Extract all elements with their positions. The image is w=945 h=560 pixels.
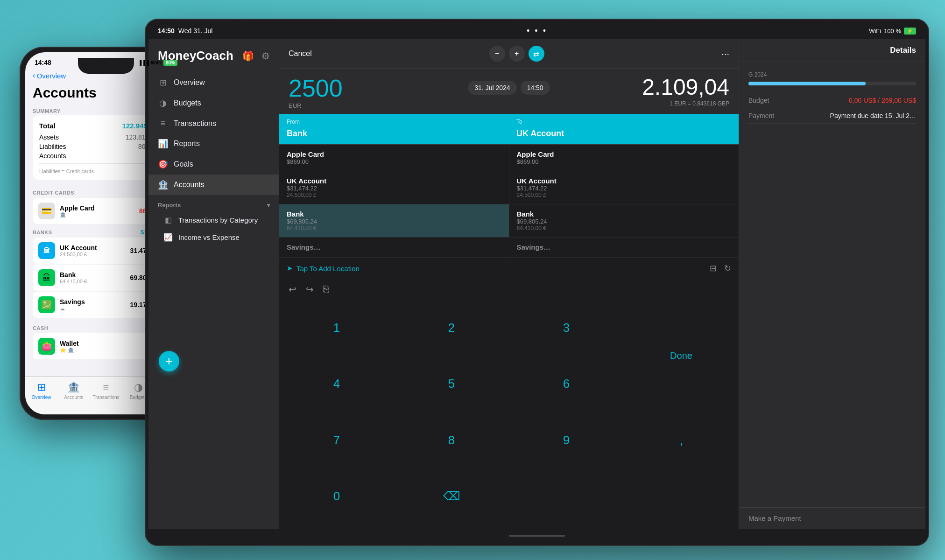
num-6-button[interactable]: 6 bbox=[509, 356, 624, 413]
tab-budgets-icon: ◑ bbox=[134, 381, 143, 393]
transactions-by-category-label: Transactions by Category bbox=[178, 216, 258, 224]
income-type-button[interactable]: + bbox=[509, 46, 525, 62]
make-payment-button[interactable]: Make a Payment bbox=[748, 514, 801, 522]
wifi-status-icon: WiFi bbox=[869, 28, 881, 35]
picker-to-apple-card[interactable]: Apple Card $869.00 bbox=[509, 145, 739, 171]
detail-budget-value: 0,00 US$ / 269,00 US$ bbox=[849, 97, 916, 104]
sidebar-item-goals[interactable]: 🎯 Goals bbox=[148, 154, 279, 175]
bank-picker-name-to: Bank bbox=[517, 210, 732, 218]
bank-icon: 🏛 bbox=[38, 269, 55, 286]
sidebar-item-overview[interactable]: ⊞ Overview bbox=[148, 72, 279, 93]
sidebar-item-transactions[interactable]: ≡ Transactions bbox=[148, 113, 279, 133]
num-5-button[interactable]: 5 bbox=[394, 356, 509, 413]
detail-chart-area: G 2024 Budget 0,00 US$ / 269,00 US$ Paym… bbox=[739, 62, 925, 507]
picker-to-savings[interactable]: Savings… bbox=[509, 238, 739, 257]
tablet-frame: 14:50 Wed 31. Jul • • • WiFi 100 % ⚡ Mon… bbox=[145, 19, 929, 546]
numpad-grid: 1 2 3 Done 4 5 6 7 8 9 , bbox=[279, 300, 739, 525]
reports-group-header[interactable]: Reports ▾ bbox=[148, 195, 279, 211]
savings-icon: 💹 bbox=[38, 296, 55, 313]
tab-accounts-label: Accounts bbox=[64, 395, 83, 400]
back-button[interactable]: ‹ Overview bbox=[33, 71, 66, 80]
sidebar-item-income-vs-expense[interactable]: 📈 Income vs Expense bbox=[148, 229, 279, 246]
num-comma-button[interactable]: , bbox=[624, 412, 739, 469]
uk-account-icon: 🏛 bbox=[38, 242, 55, 259]
uk-account-name: UK Account bbox=[60, 244, 126, 252]
amount-value[interactable]: 2500 bbox=[289, 76, 440, 100]
add-transaction-fab[interactable]: + bbox=[159, 351, 179, 371]
apple-card-icon: 💳 bbox=[38, 203, 55, 219]
uk-account-info: UK Account 24.500,00 £ bbox=[60, 244, 126, 257]
redo-icon[interactable]: ↪ bbox=[306, 284, 314, 295]
done-button[interactable]: Done bbox=[624, 300, 739, 412]
sidebar-reports-label: Reports bbox=[174, 140, 200, 148]
wifi-icon: WiFi bbox=[151, 60, 162, 65]
detail-header: Details bbox=[739, 39, 925, 62]
savings-info: Savings ☁ bbox=[60, 298, 126, 312]
wallet-sub: ⭐ 🏦 bbox=[60, 347, 153, 353]
location-add-button[interactable]: ➤ Tap To Add Location bbox=[287, 264, 360, 273]
bank-picker-name: Bank bbox=[287, 210, 501, 218]
cancel-button[interactable]: Cancel bbox=[289, 49, 312, 58]
picker-row-apple-card[interactable]: Apple Card $869.00 Apple Card $869.00 bbox=[279, 145, 739, 171]
picker-row-bank[interactable]: Bank $69,805.24 64.410,00 € Bank $69,805… bbox=[279, 204, 739, 238]
picker-row-uk-account[interactable]: UK Account $31,474.22 24.500,00 £ UK Acc… bbox=[279, 171, 739, 204]
num-3-button[interactable]: 3 bbox=[509, 300, 624, 356]
uk-account-picker-sub-to: 24.500,00 £ bbox=[517, 192, 732, 198]
settings-icon[interactable]: ⚙ bbox=[261, 50, 270, 62]
date-chip[interactable]: 31. Jul 2024 bbox=[468, 81, 516, 95]
num-4-button[interactable]: 4 bbox=[279, 356, 394, 413]
num-2-button[interactable]: 2 bbox=[394, 300, 509, 356]
location-label: Tap To Add Location bbox=[296, 265, 360, 273]
uk-account-picker-amount: $31,474.22 bbox=[287, 185, 501, 192]
make-payment-row: Make a Payment bbox=[739, 507, 925, 529]
refresh-icon[interactable]: ↻ bbox=[724, 263, 731, 273]
picker-to-bank[interactable]: Bank $69,805.24 64.410,00 € bbox=[509, 204, 739, 237]
undo-icon[interactable]: ↩ bbox=[289, 284, 296, 295]
picker-from-bank[interactable]: Bank $69,805.24 64.410,00 € bbox=[279, 204, 509, 237]
tab-accounts[interactable]: 🏦 Accounts bbox=[57, 381, 90, 400]
uk-account-picker-name-to: UK Account bbox=[517, 177, 732, 185]
battery-percent: 100 % bbox=[884, 28, 901, 35]
tablet-status-right: WiFi 100 % ⚡ bbox=[869, 28, 916, 35]
tablet-home-indicator bbox=[148, 529, 925, 542]
transfer-panel: Cancel − + ⇄ ··· bbox=[279, 39, 739, 279]
tab-transactions[interactable]: ≡ Transactions bbox=[90, 381, 122, 400]
transfer-type-button[interactable]: ⇄ bbox=[529, 46, 544, 62]
num-7-button[interactable]: 7 bbox=[279, 412, 394, 469]
sidebar-item-accounts[interactable]: 🏦 Accounts bbox=[148, 175, 279, 195]
expense-type-button[interactable]: − bbox=[489, 46, 505, 62]
transfer-amount-row: 2500 EUR 31. Jul 2024 14:50 bbox=[279, 69, 739, 114]
sidebar-item-reports[interactable]: 📊 Reports bbox=[148, 133, 279, 154]
delete-button[interactable]: ⌫ bbox=[394, 469, 509, 525]
num-1-button[interactable]: 1 bbox=[279, 300, 394, 356]
bank-name: Bank bbox=[60, 271, 126, 279]
tab-overview[interactable]: ⊞ Overview bbox=[25, 381, 57, 400]
calculator-icon[interactable]: ⊟ bbox=[710, 263, 717, 273]
accounts-count-label: Accounts bbox=[39, 152, 66, 160]
picker-from-savings[interactable]: Savings… bbox=[279, 238, 509, 257]
num-8-button[interactable]: 8 bbox=[394, 412, 509, 469]
bank-picker-sub-to: 64.410,00 € bbox=[517, 225, 732, 231]
transfer-more-button[interactable]: ··· bbox=[721, 49, 729, 59]
picker-to-uk-account[interactable]: UK Account $31,474.22 24.500,00 £ bbox=[509, 171, 739, 204]
battery-icon: ⚡ bbox=[904, 28, 916, 35]
copy-icon[interactable]: ⎘ bbox=[323, 284, 329, 295]
wallet-icon: 👛 bbox=[38, 338, 55, 355]
num-9-button[interactable]: 9 bbox=[509, 412, 624, 469]
sidebar-item-transactions-by-category[interactable]: ◧ Transactions by Category bbox=[148, 211, 279, 229]
num-0-button[interactable]: 0 bbox=[279, 469, 394, 525]
gift-icon[interactable]: 🎁 bbox=[242, 50, 254, 62]
tab-overview-icon: ⊞ bbox=[37, 381, 46, 393]
time-chip[interactable]: 14:50 bbox=[521, 81, 550, 95]
picker-row-savings-partial[interactable]: Savings… Savings… bbox=[279, 238, 739, 257]
sidebar-item-budgets[interactable]: ◑ Budgets bbox=[148, 93, 279, 113]
back-label: Overview bbox=[37, 72, 66, 80]
detail-payment-value: Payment due date 15. Jul 2… bbox=[830, 112, 916, 119]
uk-account-sub: 24.500,00 £ bbox=[60, 252, 126, 257]
picker-from-apple-card[interactable]: Apple Card $869.00 bbox=[279, 145, 509, 171]
savings-name: Savings bbox=[60, 298, 126, 306]
picker-from-uk-account[interactable]: UK Account $31,474.22 24.500,00 £ bbox=[279, 171, 509, 204]
currency-label: EUR bbox=[289, 102, 440, 109]
total-label: Total bbox=[39, 122, 56, 130]
reports-group-arrow-icon: ▾ bbox=[267, 202, 270, 209]
